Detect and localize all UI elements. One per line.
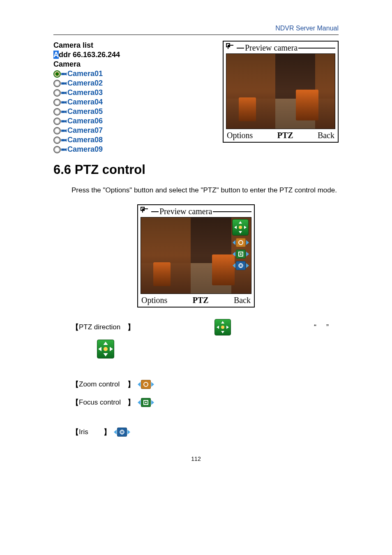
zoom-row: 【 Zoom control 】 Click left or right arr… — [53, 377, 339, 391]
camera-item[interactable]: Camera03 — [53, 88, 120, 97]
camera-icon — [61, 72, 67, 76]
radio-icon — [53, 146, 61, 153]
svg-point-45 — [144, 382, 148, 386]
svg-rect-6 — [61, 101, 65, 103]
camera-item[interactable]: Camera05 — [53, 107, 120, 116]
camera-item[interactable]: Camera02 — [53, 79, 120, 88]
svg-marker-43 — [110, 347, 113, 352]
camera-item[interactable]: Camera06 — [53, 116, 120, 126]
camera-icon — [61, 148, 67, 152]
svg-marker-35 — [221, 321, 224, 324]
svg-marker-11 — [65, 120, 67, 123]
back-button[interactable]: Back — [318, 131, 334, 140]
svg-point-47 — [145, 402, 147, 403]
camera-icon — [61, 91, 67, 95]
ptz-button[interactable]: PTZ — [193, 296, 209, 305]
bracket-open: 【 — [71, 322, 79, 332]
ptz-zoom-icon[interactable] — [232, 238, 249, 247]
radio-icon — [53, 108, 61, 116]
focus-row: 【 Focus control 】 Click left or right ar… — [53, 395, 339, 409]
preview-panel: Preview camera Options PTZ Back — [223, 41, 339, 143]
radio-icon — [53, 118, 61, 125]
svg-point-30 — [239, 226, 242, 229]
radio-icon — [53, 136, 61, 144]
camera-list-addr: Addr 66.163.26.244 — [53, 50, 120, 60]
iris-label: Iris — [79, 428, 104, 436]
bracket-open: 【 — [71, 427, 79, 437]
camera-name: Camera04 — [67, 97, 103, 107]
ptz-title: Preview camera — [159, 207, 212, 216]
ptz-direction-active-row: , you can move the joystick to control P… — [53, 340, 339, 358]
back-button[interactable]: Back — [234, 296, 251, 305]
camera-item[interactable]: Camera08 — [53, 135, 120, 145]
bracket-close: 】 — [127, 379, 135, 389]
svg-point-33 — [240, 253, 242, 255]
camera-group-label: Camera — [53, 60, 120, 69]
camera-name: Camera03 — [67, 88, 103, 97]
preview-title: Preview camera — [245, 43, 297, 53]
svg-marker-15 — [65, 139, 67, 141]
ptz-iris-icon[interactable] — [232, 261, 249, 270]
ptz-direction-icon[interactable] — [232, 219, 249, 236]
camera-icon — [61, 81, 67, 86]
camera-name: Camera01 — [67, 69, 103, 79]
options-button[interactable]: Options — [141, 296, 167, 305]
radio-icon — [53, 127, 61, 134]
header-divider — [53, 35, 339, 35]
ptz-titlebar: Preview camera — [138, 205, 254, 217]
svg-point-44 — [104, 347, 108, 351]
ptz-panel: Preview camera Options PTZ Back — [137, 204, 255, 308]
svg-marker-28 — [234, 226, 237, 229]
camera-name: Camera02 — [67, 79, 103, 88]
preview-titlebar: Preview camera — [224, 42, 338, 53]
svg-marker-37 — [217, 326, 219, 329]
options-button[interactable]: Options — [227, 131, 253, 140]
svg-marker-40 — [103, 342, 108, 345]
ptz-video — [141, 217, 251, 294]
svg-marker-17 — [65, 148, 67, 151]
camera-icon — [61, 129, 67, 133]
bracket-open: 【 — [71, 379, 79, 389]
svg-marker-13 — [65, 129, 67, 132]
addr-rest: ddr 66.163.26.244 — [59, 51, 120, 59]
svg-marker-42 — [98, 347, 101, 352]
section-heading: 6.6 PTZ control — [53, 162, 339, 177]
svg-marker-26 — [239, 221, 242, 224]
camera-name: Camera07 — [67, 126, 103, 135]
bracket-close: 】 — [127, 398, 135, 407]
bracket-open: 【 — [71, 398, 79, 407]
camera-name: Camera08 — [67, 135, 103, 145]
signal-icon — [141, 207, 150, 216]
intro-paragraph: Press the "Options" button and select th… — [53, 186, 339, 194]
ptz-direction-icon — [214, 319, 231, 335]
ptz-focus-icon[interactable] — [232, 250, 249, 259]
radio-icon — [53, 70, 61, 78]
ptz-direction-label: PTZ direction — [79, 323, 127, 331]
page-header-link: NDVR Server Manual — [53, 25, 339, 32]
svg-marker-41 — [103, 353, 108, 356]
quote-marks: “” — [314, 323, 339, 332]
focus-label: Focus control — [79, 398, 127, 407]
title-dash — [151, 211, 159, 212]
camera-item[interactable]: Camera01 — [53, 69, 120, 79]
camera-item[interactable]: Camera07 — [53, 126, 120, 135]
addr-first-letter: A — [53, 51, 59, 59]
ptz-direction-row: 【 PTZ direction 】 Move the joystick to t… — [53, 319, 339, 335]
ptz-zoom-icon — [137, 380, 154, 389]
radio-icon — [53, 89, 61, 97]
ptz-iris-icon — [113, 428, 131, 437]
camera-name: Camera05 — [67, 107, 103, 116]
svg-marker-3 — [65, 82, 67, 85]
camera-list: Camera list Addr 66.163.26.244 Camera Ca… — [53, 41, 120, 154]
title-dash — [213, 211, 251, 212]
camera-icon — [61, 119, 67, 123]
camera-item[interactable]: Camera09 — [53, 145, 120, 154]
ptz-direction-active-icon — [97, 340, 114, 358]
camera-item[interactable]: Camera04 — [53, 97, 120, 107]
svg-rect-16 — [61, 148, 65, 150]
ptz-button[interactable]: PTZ — [277, 131, 293, 140]
svg-rect-0 — [61, 73, 65, 75]
svg-rect-19 — [228, 45, 229, 46]
preview-video — [226, 53, 335, 129]
title-dash — [237, 48, 244, 49]
